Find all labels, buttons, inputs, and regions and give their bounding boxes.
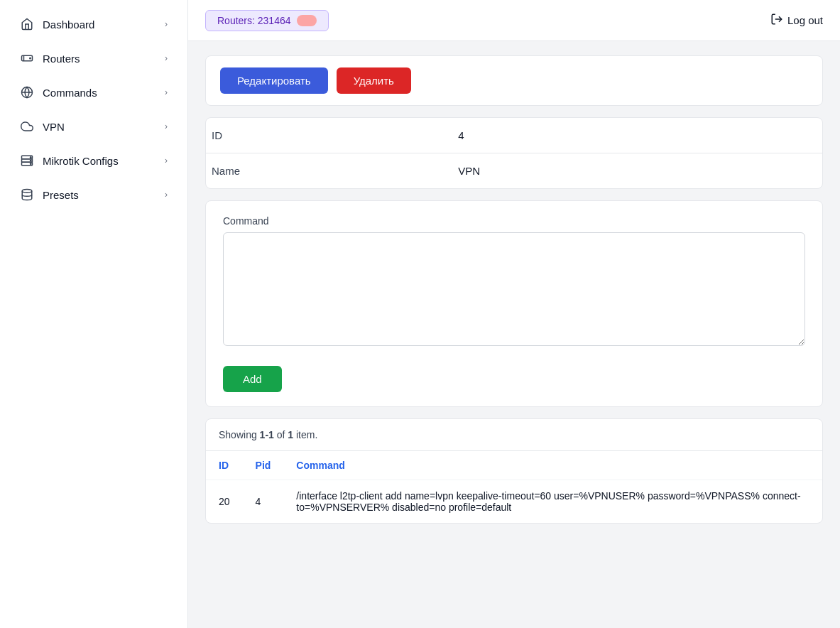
command-form-card: Command Add: [205, 200, 823, 407]
name-label: Name: [206, 153, 452, 189]
showing-suffix: item.: [293, 429, 317, 440]
cell-id: 20: [206, 480, 243, 524]
sidebar-item-mikrotik-configs[interactable]: Mikrotik Configs ›: [6, 144, 182, 177]
showing-count: 1: [288, 429, 293, 440]
chevron-icon: ›: [165, 156, 168, 166]
action-buttons: Редактировать Удалить: [220, 67, 808, 94]
showing-text: Showing 1-1 of 1 item.: [206, 419, 822, 450]
sidebar: Dashboard › Routers › Commands › VPN ›: [0, 0, 188, 628]
chevron-icon: ›: [165, 19, 168, 29]
chevron-icon: ›: [165, 53, 168, 63]
chevron-icon: ›: [165, 87, 168, 97]
svg-point-9: [31, 160, 32, 161]
col-pid: Pid: [243, 451, 284, 480]
col-id: ID: [206, 451, 243, 480]
sidebar-item-label: VPN: [43, 121, 65, 133]
sidebar-item-label: Dashboard: [43, 18, 94, 31]
table-header-row: ID Pid Command: [206, 451, 822, 480]
add-button[interactable]: Add: [223, 366, 282, 392]
svg-point-8: [31, 157, 32, 158]
table-row: 20 4 /interface l2tp-client add name=lvp…: [206, 480, 822, 524]
server-icon: [20, 153, 34, 168]
router-icon: [20, 51, 34, 65]
command-form-group: Command: [223, 215, 805, 349]
cell-pid: 4: [243, 480, 284, 524]
info-card: ID 4 Name VPN: [205, 117, 823, 189]
sidebar-item-label: Presets: [43, 189, 79, 201]
page-content: Редактировать Удалить ID 4 Name VPN: [188, 41, 840, 538]
svg-point-2: [30, 58, 31, 59]
svg-point-11: [22, 190, 32, 193]
svg-point-10: [31, 163, 32, 165]
showing-prefix: Showing: [219, 429, 260, 440]
chevron-icon: ›: [165, 121, 168, 131]
logout-label: Log out: [787, 14, 823, 26]
showing-middle: of: [274, 429, 288, 440]
delete-button[interactable]: Удалить: [337, 67, 411, 94]
sidebar-item-label: Routers: [43, 53, 80, 65]
sidebar-item-label: Commands: [43, 87, 97, 99]
routers-badge-dot: [297, 15, 317, 26]
main-content: Routers: 231464 Log out Редактировать Уд…: [188, 0, 840, 628]
header: Routers: 231464 Log out: [188, 0, 840, 41]
command-label: Command: [223, 215, 805, 227]
logout-button[interactable]: Log out: [770, 13, 823, 28]
sidebar-item-vpn[interactable]: VPN ›: [6, 110, 182, 143]
name-value: VPN: [452, 153, 822, 189]
id-label: ID: [206, 118, 452, 153]
info-table: ID 4 Name VPN: [206, 118, 822, 188]
routers-badge: Routers: 231464: [205, 10, 329, 31]
globe-icon: [20, 85, 34, 99]
sidebar-item-routers[interactable]: Routers ›: [6, 42, 182, 75]
id-value: 4: [452, 118, 822, 153]
sidebar-item-dashboard[interactable]: Dashboard ›: [6, 8, 182, 40]
command-textarea[interactable]: [223, 232, 805, 346]
logout-icon: [770, 13, 783, 28]
cloud-icon: [20, 119, 34, 134]
home-icon: [20, 17, 34, 31]
chevron-icon: ›: [165, 190, 168, 200]
data-table: ID Pid Command 20 4 /interface l2tp-clie…: [206, 450, 822, 523]
sidebar-item-presets[interactable]: Presets ›: [6, 178, 182, 211]
showing-range: 1-1: [260, 429, 274, 440]
sidebar-item-label: Mikrotik Configs: [43, 155, 119, 167]
info-row-name: Name VPN: [206, 153, 822, 189]
col-command: Command: [283, 451, 822, 480]
routers-badge-label: Routers: 231464: [217, 15, 291, 26]
cell-command: /interface l2tp-client add name=lvpn kee…: [283, 480, 822, 524]
sidebar-item-commands[interactable]: Commands ›: [6, 76, 182, 109]
edit-button[interactable]: Редактировать: [220, 67, 328, 94]
info-row-id: ID 4: [206, 118, 822, 153]
table-section: Showing 1-1 of 1 item. ID Pid Command 20…: [205, 418, 823, 524]
database-icon: [20, 188, 34, 202]
action-card: Редактировать Удалить: [205, 55, 823, 106]
